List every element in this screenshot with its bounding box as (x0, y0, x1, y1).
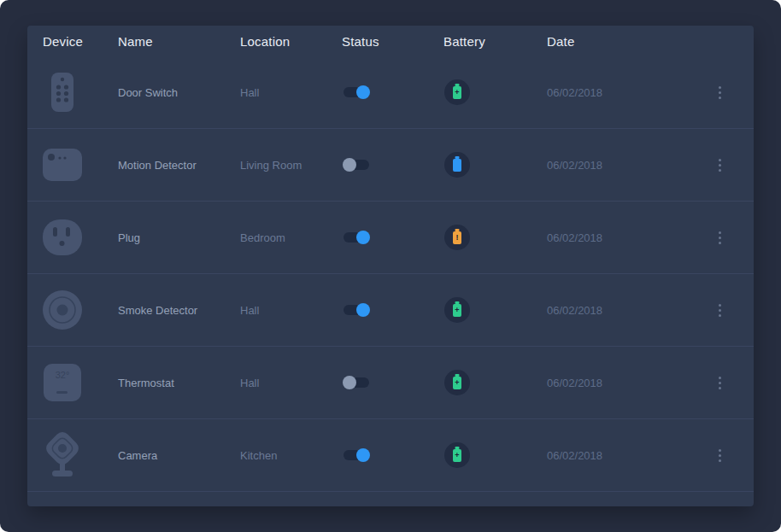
device-date: 06/02/2018 (547, 86, 699, 99)
device-location: Hall (240, 304, 342, 317)
status-toggle[interactable] (344, 232, 369, 243)
toggle-knob (356, 85, 370, 99)
device-name: Camera (118, 449, 240, 462)
plug-icon (43, 212, 82, 263)
row-menu-icon[interactable] (712, 227, 728, 248)
status-toggle[interactable] (344, 450, 369, 460)
smoke-detector-icon (43, 284, 82, 336)
device-date: 06/02/2018 (547, 377, 699, 389)
battery-indicator: + (444, 79, 470, 105)
toggle-knob (356, 303, 370, 317)
status-toggle[interactable] (344, 305, 369, 315)
camera-icon (43, 430, 82, 481)
device-date: 06/02/2018 (547, 449, 699, 462)
status-toggle[interactable] (344, 160, 369, 170)
battery-icon (453, 159, 461, 172)
device-date: 06/02/2018 (547, 159, 699, 172)
toggle-knob (343, 376, 356, 389)
device-date: 06/02/2018 (547, 231, 699, 244)
device-name: Thermostat (118, 377, 240, 389)
battery-icon: + (453, 449, 461, 462)
row-menu-icon[interactable] (712, 372, 728, 394)
door-switch-icon (43, 67, 82, 118)
device-name: Smoke Detector (118, 304, 240, 317)
device-location: Kitchen (240, 449, 342, 462)
device-table-card: Device Name Location Status Battery Date (27, 26, 754, 506)
device-name: Motion Detector (118, 159, 240, 172)
battery-icon: + (453, 377, 461, 389)
battery-indicator: + (444, 370, 470, 395)
battery-icon: + (453, 304, 461, 317)
battery-icon: + (453, 86, 461, 99)
toggle-knob (356, 231, 370, 244)
table-row: 32° Thermostat Hall + 06/02/2018 (27, 347, 754, 419)
table-row: Camera Kitchen + 06/02/2018 (27, 419, 754, 492)
header-battery: Battery (443, 34, 547, 49)
row-menu-icon[interactable] (712, 300, 728, 321)
header-date: Date (547, 34, 699, 49)
motion-detector-icon (43, 139, 82, 190)
table-header: Device Name Location Status Battery Date (27, 26, 754, 56)
row-menu-icon[interactable] (712, 445, 728, 466)
header-status: Status (342, 34, 443, 49)
device-location: Hall (240, 377, 342, 389)
app-window: Device Name Location Status Battery Date (0, 0, 781, 532)
header-name: Name (118, 34, 240, 49)
battery-indicator: + (444, 442, 470, 468)
table-row: Door Switch Hall + 06/02/2018 (27, 56, 754, 129)
row-menu-icon[interactable] (712, 82, 728, 103)
device-name: Door Switch (118, 86, 240, 99)
battery-indicator: + (444, 297, 470, 323)
header-location: Location (240, 34, 342, 49)
battery-indicator (444, 152, 470, 178)
device-location: Living Room (240, 159, 342, 172)
table-row: Plug Bedroom ! 06/02/2018 (27, 202, 754, 274)
device-location: Bedroom (240, 231, 342, 244)
thermostat-icon: 32° (43, 357, 82, 408)
row-menu-icon[interactable] (712, 155, 728, 176)
battery-indicator: ! (444, 225, 470, 250)
header-device: Device (43, 34, 118, 49)
status-toggle[interactable] (344, 87, 369, 97)
device-name: Plug (118, 231, 240, 244)
toggle-knob (356, 448, 370, 462)
battery-icon: ! (453, 231, 461, 244)
svg-text:32°: 32° (56, 370, 70, 380)
table-row: Smoke Detector Hall + 06/02/2018 (27, 274, 754, 347)
table-row: Motion Detector Living Room 06/02/2018 (27, 129, 754, 202)
toggle-knob (343, 158, 356, 172)
device-date: 06/02/2018 (547, 304, 699, 317)
status-toggle[interactable] (344, 377, 369, 388)
device-location: Hall (240, 86, 342, 99)
